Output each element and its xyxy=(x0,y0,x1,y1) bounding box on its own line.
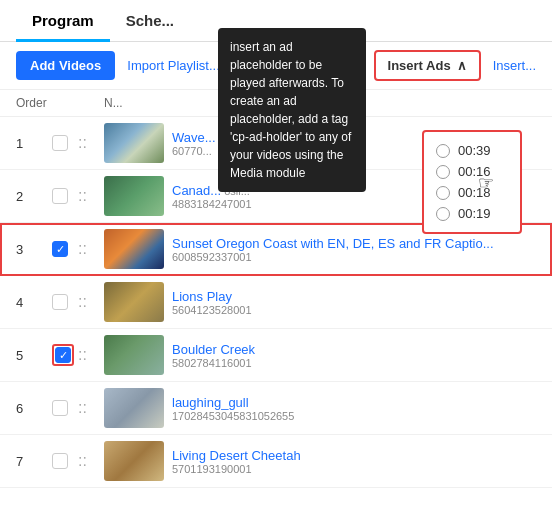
video-id: 17028453045831052655 xyxy=(172,410,536,422)
checkbox[interactable] xyxy=(52,135,68,151)
video-info: laughing_gull 17028453045831052655 xyxy=(172,395,536,422)
video-info: Living Desert Cheetah 5701193190001 xyxy=(172,448,536,475)
video-id: 5802784116001 xyxy=(172,357,536,369)
table-row: 6 :: laughing_gull 17028453045831052655 xyxy=(0,382,552,435)
insert-ads-dropdown: 00:39 00:16 00:18 00:19 xyxy=(422,130,522,234)
row-order: 6 xyxy=(16,401,52,416)
thumbnail xyxy=(104,123,164,163)
drag-handle[interactable]: :: xyxy=(78,240,104,258)
radio-button[interactable] xyxy=(436,186,450,200)
thumbnail xyxy=(104,335,164,375)
checkbox[interactable]: ✓ xyxy=(55,347,71,363)
chevron-up-icon: ∧ xyxy=(457,58,467,73)
video-title: Sunset Oregon Coast with EN, DE, ES and … xyxy=(172,236,536,251)
video-id: 5701193190001 xyxy=(172,463,536,475)
video-info: Sunset Oregon Coast with EN, DE, ES and … xyxy=(172,236,536,263)
video-title: Boulder Creek xyxy=(172,342,536,357)
ads-time-option[interactable]: 00:39 xyxy=(436,140,508,161)
row-checkbox-cell[interactable] xyxy=(52,294,78,310)
radio-button[interactable] xyxy=(436,144,450,158)
table-row: 4 :: Lions Play 5604123528001 xyxy=(0,276,552,329)
video-info: Boulder Creek 5802784116001 xyxy=(172,342,536,369)
thumbnail xyxy=(104,441,164,481)
row-checkbox-cell[interactable] xyxy=(52,453,78,469)
drag-handle[interactable]: :: xyxy=(78,293,104,311)
thumbnail xyxy=(104,229,164,269)
tab-schedule[interactable]: Sche... xyxy=(110,0,190,41)
video-title: Lions Play xyxy=(172,289,536,304)
thumb-image xyxy=(104,335,164,375)
import-playlist-button[interactable]: Import Playlist... xyxy=(127,58,219,73)
insert-button[interactable]: Insert... xyxy=(493,58,536,73)
video-title: Living Desert Cheetah xyxy=(172,448,536,463)
col-order-header: Order xyxy=(16,96,52,110)
checkbox[interactable] xyxy=(52,188,68,204)
thumbnail xyxy=(104,176,164,216)
video-title: laughing_gull xyxy=(172,395,536,410)
thumbnail xyxy=(104,282,164,322)
row-order: 1 xyxy=(16,136,52,151)
checkbox[interactable] xyxy=(52,400,68,416)
drag-handle[interactable]: :: xyxy=(78,399,104,417)
checkbox[interactable] xyxy=(52,453,68,469)
checkbox-red-wrapper[interactable]: ✓ xyxy=(52,344,74,366)
ads-time-option[interactable]: 00:16 xyxy=(436,161,508,182)
row-checkbox-cell[interactable] xyxy=(52,400,78,416)
radio-button[interactable] xyxy=(436,207,450,221)
thumb-image xyxy=(104,229,164,269)
tooltip-text: insert an ad placeholder to be played af… xyxy=(230,40,351,180)
drag-handle[interactable]: :: xyxy=(78,452,104,470)
drag-handle[interactable]: :: xyxy=(78,346,104,364)
row-order: 5 xyxy=(16,348,52,363)
thumb-image xyxy=(104,123,164,163)
checkbox[interactable]: ✓ xyxy=(52,241,68,257)
video-info: Lions Play 5604123528001 xyxy=(172,289,536,316)
table-row: 7 :: Living Desert Cheetah 5701193190001 xyxy=(0,435,552,488)
row-order: 3 xyxy=(16,242,52,257)
checkbox[interactable] xyxy=(52,294,68,310)
row-checkbox-cell[interactable] xyxy=(52,188,78,204)
row-checkbox-cell[interactable]: ✓ xyxy=(52,344,78,366)
thumb-image xyxy=(104,282,164,322)
tab-program[interactable]: Program xyxy=(16,0,110,41)
drag-handle[interactable]: :: xyxy=(78,134,104,152)
thumb-image xyxy=(104,441,164,481)
ads-time-option[interactable]: 00:18 xyxy=(436,182,508,203)
add-videos-button[interactable]: Add Videos xyxy=(16,51,115,80)
ads-time-option[interactable]: 00:19 xyxy=(436,203,508,224)
video-id: 5604123528001 xyxy=(172,304,536,316)
thumb-image xyxy=(104,388,164,428)
video-id: 6008592337001 xyxy=(172,251,536,263)
row-order: 7 xyxy=(16,454,52,469)
table-row: 5 ✓ :: Boulder Creek 5802784116001 xyxy=(0,329,552,382)
row-order: 2 xyxy=(16,189,52,204)
thumb-image xyxy=(104,176,164,216)
row-order: 4 xyxy=(16,295,52,310)
row-checkbox-cell[interactable]: ✓ xyxy=(52,241,78,257)
row-checkbox-cell[interactable] xyxy=(52,135,78,151)
tooltip-overlay: insert an ad placeholder to be played af… xyxy=(218,28,366,192)
thumbnail xyxy=(104,388,164,428)
radio-button[interactable] xyxy=(436,165,450,179)
insert-ads-button[interactable]: Insert Ads ∧ xyxy=(374,50,481,81)
drag-handle[interactable]: :: xyxy=(78,187,104,205)
